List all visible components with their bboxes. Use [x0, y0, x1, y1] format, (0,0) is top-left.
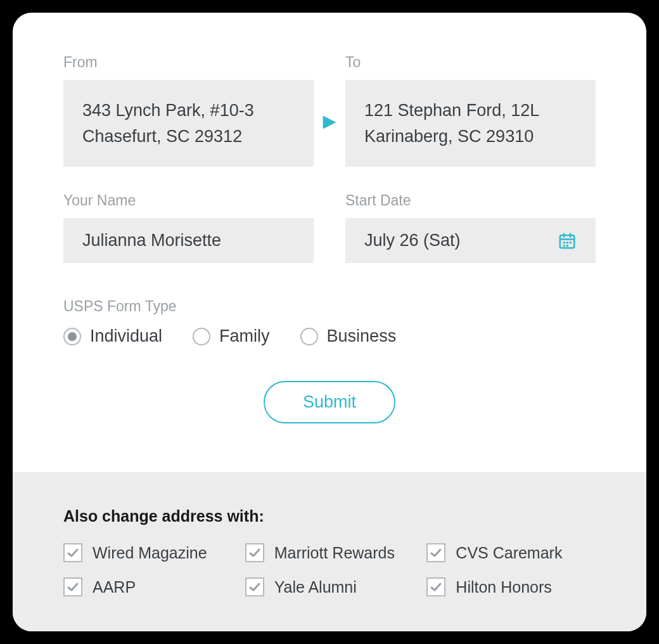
checkbox-icon	[245, 577, 264, 596]
from-label: From	[63, 54, 314, 71]
checkmark-icon	[67, 581, 79, 593]
svg-rect-5	[563, 242, 565, 243]
arrow-right-icon	[321, 114, 338, 131]
address-row: From 343 Lynch Park, #10-3 Chasefurt, SC…	[63, 54, 596, 167]
form-type-section: USPS Form Type IndividualFamilyBusiness	[63, 298, 596, 346]
to-label: To	[345, 54, 596, 71]
radio-label: Business	[327, 326, 397, 346]
form-type-radio-group: IndividualFamilyBusiness	[63, 326, 596, 346]
partners-section: Also change address with: Wired Magazine…	[13, 472, 646, 631]
from-column: From 343 Lynch Park, #10-3 Chasefurt, SC…	[63, 54, 314, 167]
radio-dot-icon	[68, 332, 77, 341]
checkmark-icon	[430, 546, 442, 559]
partner-label: CVS Caremark	[456, 544, 562, 562]
partner-checkbox-item[interactable]: Yale Alumni	[245, 577, 414, 596]
radio-individual[interactable]: Individual	[63, 326, 162, 346]
start-date-label: Start Date	[345, 192, 596, 209]
partner-label: Yale Alumni	[274, 578, 357, 596]
checkmark-icon	[430, 581, 442, 593]
from-address-input[interactable]: 343 Lynch Park, #10-3 Chasefurt, SC 2931…	[63, 80, 314, 167]
name-value: Julianna Morisette	[82, 231, 221, 250]
checkbox-icon	[426, 543, 445, 562]
partner-checkbox-item[interactable]: AARP	[63, 577, 233, 596]
radio-label: Family	[219, 326, 270, 346]
radio-circle-icon	[63, 328, 81, 345]
svg-rect-9	[566, 245, 568, 247]
form-type-label: USPS Form Type	[63, 298, 596, 315]
submit-button[interactable]: Submit	[264, 381, 395, 423]
form-area: From 343 Lynch Park, #10-3 Chasefurt, SC…	[13, 13, 646, 472]
svg-rect-8	[563, 245, 565, 247]
partners-title: Also change address with:	[63, 507, 596, 525]
checkbox-icon	[63, 543, 82, 562]
start-date-column: Start Date July 26 (Sat)	[345, 192, 596, 263]
svg-marker-0	[323, 116, 336, 129]
partner-checkbox-item[interactable]: Marriott Rewards	[245, 543, 414, 562]
checkmark-icon	[248, 581, 261, 593]
partner-label: Wired Magazine	[93, 544, 207, 562]
name-label: Your Name	[63, 192, 314, 209]
radio-circle-icon	[300, 328, 318, 345]
svg-rect-7	[570, 242, 572, 243]
address-change-form-card: From 343 Lynch Park, #10-3 Chasefurt, SC…	[13, 13, 646, 631]
radio-label: Individual	[90, 326, 162, 346]
checkbox-icon	[245, 543, 264, 562]
partner-label: Marriott Rewards	[274, 544, 395, 562]
radio-circle-icon	[193, 328, 210, 345]
checkbox-icon	[426, 577, 445, 596]
checkmark-icon	[248, 546, 261, 559]
partner-checkbox-item[interactable]: CVS Caremark	[426, 543, 596, 562]
radio-family[interactable]: Family	[193, 326, 270, 346]
svg-rect-6	[566, 242, 568, 243]
to-address-input[interactable]: 121 Stephan Ford, 12L Karinaberg, SC 293…	[345, 80, 596, 167]
name-date-row: Your Name Julianna Morisette Start Date …	[63, 192, 596, 263]
start-date-input[interactable]: July 26 (Sat)	[345, 218, 596, 263]
partner-checkbox-item[interactable]: Hilton Honors	[426, 577, 596, 596]
start-date-value: July 26 (Sat)	[364, 231, 461, 250]
partner-checkbox-item[interactable]: Wired Magazine	[63, 543, 233, 562]
from-line-2: Chasefurt, SC 29312	[82, 124, 295, 150]
name-column: Your Name Julianna Morisette	[63, 192, 314, 263]
checkmark-icon	[67, 546, 79, 559]
partner-label: AARP	[93, 578, 136, 596]
partner-label: Hilton Honors	[456, 578, 551, 596]
to-column: To 121 Stephan Ford, 12L Karinaberg, SC …	[345, 54, 596, 167]
radio-business[interactable]: Business	[300, 326, 397, 346]
submit-wrap: Submit	[63, 381, 596, 423]
to-line-2: Karinaberg, SC 29310	[364, 124, 577, 150]
arrow-wrap	[314, 90, 345, 131]
from-line-1: 343 Lynch Park, #10-3	[82, 98, 295, 124]
checkbox-icon	[63, 577, 82, 596]
calendar-icon[interactable]	[558, 231, 577, 250]
to-line-1: 121 Stephan Ford, 12L	[364, 98, 577, 124]
name-input[interactable]: Julianna Morisette	[63, 218, 314, 263]
partners-grid: Wired MagazineMarriott RewardsCVS Carema…	[63, 543, 596, 596]
